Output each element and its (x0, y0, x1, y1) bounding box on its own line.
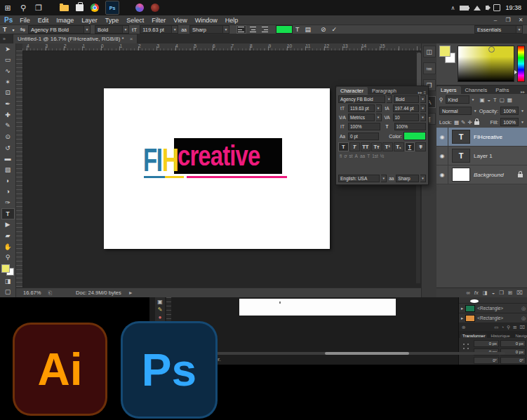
tab-navigateur[interactable]: Navigateur (513, 334, 527, 338)
char-anti-alias-select[interactable]: Sharp (396, 175, 419, 182)
gradient-tool[interactable]: ▧ (1, 164, 15, 175)
subscript-button[interactable]: T₁ (394, 142, 404, 151)
hue-slider-marker[interactable] (514, 70, 517, 74)
menu-select[interactable]: Select (126, 17, 144, 24)
text-color-swatch[interactable] (276, 25, 293, 34)
file-explorer-icon[interactable] (56, 0, 72, 15)
ai-mask-icon[interactable]: ▭ (494, 325, 498, 330)
layer-filter-select[interactable]: Kind (446, 95, 469, 104)
preset-caret-icon[interactable]: ▾ (13, 27, 15, 32)
filter-caret-icon[interactable]: ▼ (472, 97, 475, 102)
layer-mask-icon[interactable]: ◨ (483, 290, 488, 296)
filter-smart-icon[interactable]: ▦ (507, 97, 512, 103)
restore-button[interactable]: ❐ (502, 15, 514, 25)
tray-chevron-icon[interactable]: ∧ (451, 5, 455, 11)
anti-alias-select[interactable]: Sharp (189, 25, 223, 34)
document-tab[interactable]: Untitled-1 @ 16.7% (FIHcreative, RGB/8) … (13, 34, 138, 43)
chrome-icon[interactable] (87, 0, 102, 15)
superscript-button[interactable]: T¹ (382, 142, 393, 151)
align-right-button[interactable] (260, 26, 269, 33)
small-caps-button[interactable]: Tᴛ (371, 142, 382, 151)
char-family-caret-icon[interactable]: ▼ (387, 95, 392, 103)
font-style-select[interactable]: Bold (95, 25, 123, 34)
layer-group-icon[interactable]: ❐ (499, 290, 504, 296)
photoshop-app-icon[interactable]: Ps (121, 321, 218, 419)
font-size-select[interactable]: 119.63 pt (140, 25, 172, 34)
status-menu-arrow-icon[interactable]: ► (128, 290, 133, 295)
tab-character[interactable]: Character (336, 87, 368, 95)
opacity-field[interactable]: 100% (500, 107, 519, 115)
scrollbar-thumb[interactable] (325, 352, 409, 355)
zoom-level-field[interactable]: 16.67% (23, 290, 41, 296)
ai-collect-icon[interactable]: ⊜ (462, 325, 465, 330)
shear-field[interactable]: 0° (500, 357, 526, 364)
expand-arrow-icon[interactable]: ▸ (461, 306, 463, 311)
ai-swatch-icon[interactable]: ▣ (157, 299, 163, 305)
kerning-field[interactable]: Metrics (348, 114, 375, 121)
stylistic-alternates-button[interactable]: aa (360, 154, 365, 158)
tab-paragraph[interactable]: Paragraph (368, 87, 401, 95)
ai-layer-row-1[interactable]: ▸ <Rectangle> ◎ (459, 304, 527, 313)
swash-button[interactable]: A (355, 154, 358, 158)
eraser-tool[interactable]: ▬ (1, 154, 15, 165)
color-panel-swatches[interactable] (439, 46, 455, 82)
pen-tool[interactable]: ✑ (1, 197, 15, 208)
history-brush-tool[interactable]: ↺ (1, 142, 15, 154)
filter-adjustment-icon[interactable]: ◒ (488, 97, 491, 103)
lasso-tool[interactable]: ∿ (1, 65, 15, 76)
illustrator-artboard[interactable] (239, 299, 396, 316)
filter-pixel-icon[interactable]: ▣ (479, 97, 484, 103)
font-family-caret-icon[interactable]: ▼ (84, 25, 91, 34)
store-icon[interactable] (72, 0, 87, 15)
visibility-eye-icon[interactable]: ◉ (436, 147, 448, 165)
ai-search-icon[interactable]: ⚲ (507, 325, 510, 330)
align-center-button[interactable] (249, 26, 258, 33)
strikethrough-button[interactable]: Ŧ (415, 142, 426, 151)
char-size-field[interactable]: 119.63 pt (348, 104, 375, 112)
target-circle-icon[interactable]: ◎ (521, 306, 526, 311)
new-layer-icon[interactable]: ⊞ (508, 290, 512, 296)
saturation-brightness-field[interactable] (458, 46, 514, 82)
faux-bold-button[interactable]: T (338, 142, 349, 151)
text-layer-thumbnail[interactable]: T (452, 130, 470, 144)
clone-stamp-tool[interactable]: ⊙ (1, 131, 15, 142)
tab-historique[interactable]: Historique (488, 334, 512, 338)
minimize-button[interactable]: – (489, 15, 502, 25)
menu-view[interactable]: View (173, 17, 187, 24)
baseline-shift-field[interactable]: 0 pt (348, 133, 379, 140)
ai-delete-icon[interactable]: ⌧ (520, 325, 526, 330)
character-panel-menu-icon[interactable]: ▸▸ ≡ (418, 90, 428, 95)
ai-layer-row-2[interactable]: ▸ <Rectangle> ◎ (459, 313, 527, 323)
menu-edit[interactable]: Edit (38, 17, 49, 24)
contextual-alternates-button[interactable]: ơ (344, 154, 347, 158)
magic-wand-tool[interactable]: ✶ (1, 76, 15, 88)
status-export-icon[interactable]: ⎗ (48, 290, 52, 296)
commit-edits-icon[interactable]: ✓ (332, 26, 338, 33)
horizontal-scale-field[interactable]: 100% (394, 123, 427, 130)
close-button[interactable]: ✕ (514, 15, 527, 25)
color-picker-marker[interactable] (488, 46, 495, 53)
font-style-caret-icon[interactable]: ▼ (123, 25, 129, 34)
discretionary-ligatures-button[interactable]: st (349, 154, 353, 158)
crop-tool[interactable]: ⊡ (1, 88, 15, 99)
visibility-eye-icon[interactable]: ◉ (436, 128, 448, 146)
path-selection-tool[interactable]: ▶ (1, 219, 15, 231)
expand-arrow-icon[interactable]: ▸ (461, 316, 463, 321)
task-view-icon[interactable]: ❐ (31, 0, 46, 15)
layer-style-icon[interactable]: fx (474, 290, 479, 296)
dodge-tool[interactable]: ◑ (1, 187, 15, 198)
ai-adjust-icon[interactable]: ◔ (501, 325, 504, 330)
layers-panel-menu-icon[interactable]: ▸▸ (521, 89, 527, 94)
tab-layers[interactable]: Layers (436, 86, 461, 94)
fill-caret-icon[interactable]: ▼ (521, 120, 524, 124)
menu-type[interactable]: Type (105, 17, 119, 24)
lock-all-icon[interactable] (474, 121, 479, 125)
font-size-caret-icon[interactable]: ▼ (172, 25, 178, 34)
tab-close-icon[interactable]: × (130, 36, 133, 42)
ai-layer-name[interactable]: <Rectangle> (477, 306, 503, 311)
ai-pen-tool-icon[interactable]: ✎ (158, 306, 163, 313)
text-orientation-icon[interactable]: ⇋ (20, 26, 26, 33)
brush-tool[interactable]: ✎ (1, 121, 15, 132)
tracking-field[interactable]: 10 (393, 114, 420, 121)
layer-name[interactable]: Layer 1 (474, 153, 493, 159)
